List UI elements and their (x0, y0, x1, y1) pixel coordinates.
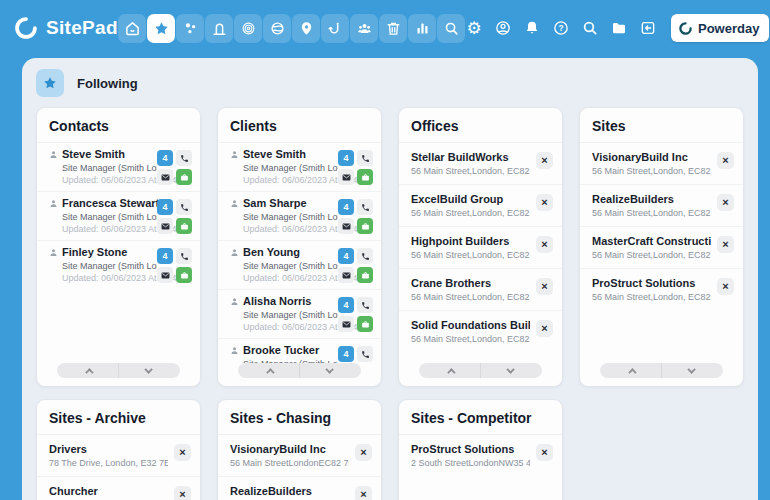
sites-list: VisionaryBuild Inc 56 Main Street,London… (580, 143, 743, 310)
jobs-button[interactable] (176, 169, 192, 185)
scroll-down-button[interactable] (119, 363, 180, 378)
phone-button[interactable] (357, 346, 373, 362)
site-row[interactable]: ProStruct Solutions 56 Main Street,Londo… (580, 269, 743, 310)
powerday-button[interactable]: Powerday (671, 14, 769, 42)
nav-search-button[interactable] (437, 14, 465, 43)
jobs-button[interactable] (176, 267, 192, 283)
scroll-up-button[interactable] (238, 363, 300, 378)
count-badge[interactable]: 4 (338, 346, 354, 362)
notifications-button[interactable] (523, 19, 541, 37)
settings-button[interactable]: ⚙ (465, 19, 483, 37)
email-button[interactable] (338, 267, 354, 283)
logout-button[interactable] (639, 19, 657, 37)
phone-button[interactable] (176, 199, 192, 215)
office-row[interactable]: Crane Brothers 56 Main Street,London, EC… (399, 269, 562, 311)
count-badge[interactable]: 4 (157, 150, 173, 166)
phone-button[interactable] (176, 248, 192, 264)
unfollow-button[interactable]: × (536, 194, 553, 211)
page-title: Following (77, 76, 138, 91)
scroll-down-button[interactable] (300, 363, 361, 378)
contact-row[interactable]: Finley Stone Site Manager (Smith Lond...… (37, 241, 200, 289)
email-button[interactable] (157, 267, 173, 283)
office-row[interactable]: ExcelBuild Group 56 Main Street,London, … (399, 185, 562, 227)
client-row[interactable]: Brooke Tucker Site Manager (Smith Lond..… (218, 339, 381, 363)
contact-row[interactable]: Francesca Stewart Site Manager (Smith Lo… (37, 192, 200, 241)
unfollow-button[interactable]: × (717, 152, 734, 169)
contact-row[interactable]: Steve Smith Site Manager (Smith Lond... … (37, 143, 200, 192)
global-search-button[interactable] (581, 19, 599, 37)
email-button[interactable] (338, 169, 354, 185)
site-row[interactable]: MasterCraft Construction 56 Main Street,… (580, 227, 743, 269)
jobs-button[interactable] (357, 316, 373, 332)
following-star-badge[interactable] (36, 69, 64, 97)
unfollow-button[interactable]: × (717, 278, 734, 295)
unfollow-button[interactable]: × (536, 320, 553, 337)
site-row[interactable]: RealizeBuilders 56 Main StreetLondonEC82… (218, 477, 381, 500)
email-button[interactable] (157, 218, 173, 234)
client-row[interactable]: Steve Smith Site Manager (Smith Lond... … (218, 143, 381, 192)
phone-button[interactable] (357, 248, 373, 264)
unfollow-button[interactable]: × (717, 236, 734, 253)
nav-location-button[interactable] (292, 14, 320, 43)
unfollow-button[interactable]: × (174, 444, 191, 461)
nav-connections-button[interactable] (176, 14, 204, 43)
profile-button[interactable] (494, 19, 512, 37)
site-row[interactable]: VisionaryBuild Inc 56 Main StreetLondonE… (218, 435, 381, 477)
count-badge[interactable]: 4 (157, 248, 173, 264)
unfollow-button[interactable]: × (174, 486, 191, 500)
phone-button[interactable] (357, 150, 373, 166)
count-badge[interactable]: 4 (338, 150, 354, 166)
brand[interactable]: SitePad (13, 15, 110, 41)
office-row[interactable]: Highpoint Builders 56 Main Street,London… (399, 227, 562, 269)
email-button[interactable] (157, 169, 173, 185)
unfollow-button[interactable]: × (717, 194, 734, 211)
scroll-up-button[interactable] (600, 363, 662, 378)
site-row[interactable]: Churcher 276 London Road, W86 4NF × (37, 477, 200, 500)
nav-globe-button[interactable] (263, 14, 291, 43)
site-row[interactable]: VisionaryBuild Inc 56 Main Street,London… (580, 143, 743, 185)
jobs-button[interactable] (357, 218, 373, 234)
phone-button[interactable] (357, 199, 373, 215)
nav-target-button[interactable] (234, 14, 262, 43)
scroll-down-button[interactable] (662, 363, 723, 378)
unfollow-button[interactable]: × (536, 278, 553, 295)
office-row[interactable]: Stellar BuildWorks 56 Main Street,London… (399, 143, 562, 185)
email-button[interactable] (338, 218, 354, 234)
jobs-button[interactable] (357, 169, 373, 185)
client-row[interactable]: Sam Sharpe Site Manager (Smith Lond... U… (218, 192, 381, 241)
unfollow-button[interactable]: × (536, 152, 553, 169)
unfollow-button[interactable]: × (355, 444, 372, 461)
office-row[interactable]: Solid Foundations Builders 56 Main Stree… (399, 311, 562, 352)
nav-team-button[interactable] (350, 14, 378, 43)
site-row[interactable]: RealizeBuilders 56 Main Street,London, E… (580, 185, 743, 227)
unfollow-button[interactable]: × (536, 444, 553, 461)
jobs-button[interactable] (176, 218, 192, 234)
unfollow-button[interactable]: × (355, 486, 372, 500)
unfollow-button[interactable]: × (536, 236, 553, 253)
count-badge[interactable]: 4 (338, 297, 354, 313)
site-row[interactable]: ProStruct Solutions 2 South StreetLondon… (399, 435, 562, 476)
count-badge[interactable]: 4 (338, 248, 354, 264)
help-button[interactable]: ? (552, 19, 570, 37)
nav-hook-button[interactable] (321, 14, 349, 43)
nav-building-button[interactable] (205, 14, 233, 43)
email-button[interactable] (338, 316, 354, 332)
nav-bin-button[interactable] (379, 14, 407, 43)
nav-reports-button[interactable] (408, 14, 436, 43)
count-badge[interactable]: 4 (157, 199, 173, 215)
nav-following-button[interactable] (147, 14, 175, 43)
scroll-up-button[interactable] (419, 363, 481, 378)
jobs-button[interactable] (357, 267, 373, 283)
phone-button[interactable] (176, 150, 192, 166)
files-button[interactable] (610, 19, 628, 37)
card-pager (419, 363, 542, 378)
nav-home-button[interactable] (118, 14, 146, 43)
client-row[interactable]: Ben Young Site Manager (Smith Lond... Up… (218, 241, 381, 290)
phone-button[interactable] (357, 297, 373, 313)
site-address: 56 Main Street,London, EC82 7CS (592, 166, 711, 176)
client-row[interactable]: Alisha Norris Site Manager (Smith Lond..… (218, 290, 381, 339)
scroll-down-button[interactable] (481, 363, 542, 378)
count-badge[interactable]: 4 (338, 199, 354, 215)
site-row[interactable]: Drivers 78 The Drive, London, E32 7EH × (37, 435, 200, 477)
scroll-up-button[interactable] (57, 363, 119, 378)
